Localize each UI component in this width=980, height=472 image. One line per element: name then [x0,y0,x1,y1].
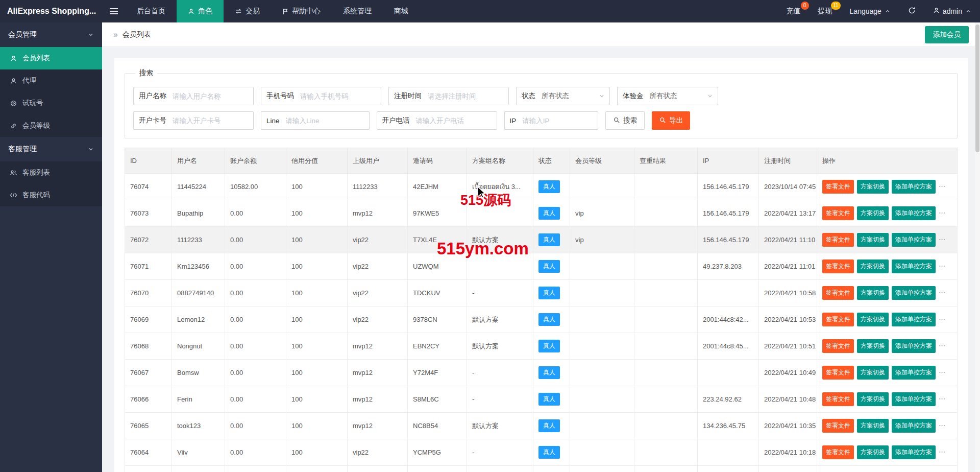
sign-file-button[interactable]: 签署文件 [822,259,854,273]
withdraw-button[interactable]: 提现 11 [810,0,841,22]
cell-balance: 0.00 [225,280,286,306]
more-actions-button[interactable]: ⋯ [939,448,946,456]
field-input[interactable] [172,112,253,129]
search-field: Line [261,111,370,130]
cell-member-level [570,333,634,360]
recharge-button[interactable]: 充值 0 [778,0,810,22]
sign-file-button[interactable]: 签署文件 [822,286,854,300]
sidebar-item[interactable]: 客服列表 [0,161,102,184]
top-nav-item[interactable]: 角色 [177,0,224,22]
top-nav-item[interactable]: 交易 [224,0,271,22]
sidebar-group[interactable]: 会员管理 [0,22,102,47]
add-single-control-plan-button[interactable]: 添加单控方案 [892,286,936,300]
more-actions-button[interactable]: ⋯ [939,262,946,270]
field-input[interactable] [299,87,381,105]
top-nav-item[interactable]: 帮助中心 [271,0,332,22]
cell-dup-check [634,386,698,413]
add-single-control-plan-button[interactable]: 添加单控方案 [892,206,936,220]
field-label: 手机号码 [261,87,299,105]
sidebar-group[interactable]: 客服管理 [0,137,102,161]
search-button[interactable]: 搜索 [605,111,645,130]
cell-member-level: vip [570,227,634,253]
cell-register-time: 2023/10/14 07:45 [759,174,817,200]
plan-switch-button[interactable]: 方案切换 [857,259,889,273]
add-single-control-plan-button[interactable]: 添加单控方案 [892,339,936,353]
sign-file-button[interactable]: 签署文件 [822,339,854,353]
topbar: AliExpress Shopping... 后台首页角色交易帮助中心系统管理商… [0,0,980,22]
more-actions-button[interactable]: ⋯ [939,368,946,376]
cell-username: took123 [172,413,225,439]
add-single-control-plan-button[interactable]: 添加单控方案 [892,313,936,326]
sidebar-item[interactable]: 会员等级 [0,114,102,137]
plan-switch-button[interactable]: 方案切换 [857,313,889,326]
field-input[interactable] [521,112,598,129]
sign-file-button[interactable]: 签署文件 [822,419,854,433]
language-dropdown[interactable]: Language [841,0,899,22]
cell-actions: 签署文件方案切换添加单控方案⋯ [817,386,958,413]
more-actions-button[interactable]: ⋯ [939,395,946,403]
more-actions-button[interactable]: ⋯ [939,315,946,323]
sign-file-button[interactable]: 签署文件 [822,206,854,220]
cell-dup-check [634,280,698,306]
plan-switch-button[interactable]: 方案切换 [857,419,889,433]
plan-switch-button[interactable]: 方案切换 [857,206,889,220]
cell-credit: 100 [286,386,348,413]
field-select[interactable]: 所有状态 [649,87,718,105]
sidebar-item[interactable]: 代理 [0,69,102,92]
plan-switch-button[interactable]: 方案切换 [857,233,889,247]
cell-dup-check [634,360,698,386]
plan-switch-button[interactable]: 方案切换 [857,339,889,353]
add-single-control-plan-button[interactable]: 添加单控方案 [892,180,936,194]
top-nav-item[interactable]: 商城 [383,0,420,22]
field-input[interactable] [172,87,253,105]
sign-file-button[interactable]: 签署文件 [822,313,854,326]
sign-file-button[interactable]: 签署文件 [822,180,854,194]
add-single-control-plan-button[interactable]: 添加单控方案 [892,419,936,433]
cell-register-time: 2022/04/21 11:01 [759,253,817,280]
vertical-scrollbar[interactable] [975,22,980,472]
export-button[interactable]: 导出 [652,111,690,130]
cell-id: 76072 [125,227,172,253]
sidebar-item[interactable]: 试玩号 [0,92,102,114]
add-single-control-plan-button[interactable]: 添加单控方案 [892,366,936,380]
more-actions-button[interactable]: ⋯ [939,235,946,243]
field-select[interactable]: 所有状态 [541,87,609,105]
cell-dup-check [634,439,698,466]
refresh-button[interactable] [899,0,924,22]
more-actions-button[interactable]: ⋯ [939,421,946,429]
plan-switch-button[interactable]: 方案切换 [857,366,889,380]
plan-switch-button[interactable]: 方案切换 [857,286,889,300]
more-actions-button[interactable]: ⋯ [939,289,946,296]
top-nav-item[interactable]: 系统管理 [332,0,383,22]
search-field: 开户卡号 [133,111,254,130]
menu-toggle-button[interactable] [102,0,126,22]
admin-dropdown[interactable]: admin [924,0,980,22]
plan-switch-button[interactable]: 方案切换 [857,180,889,194]
cell-plan-group: - [467,439,533,466]
cell-id: 76068 [125,333,172,360]
sidebar-item[interactable]: 会员列表 [0,47,102,69]
sign-file-button[interactable]: 签署文件 [822,445,854,459]
sign-file-button[interactable]: 签署文件 [822,233,854,247]
add-single-control-plan-button[interactable]: 添加单控方案 [892,259,936,273]
more-actions-button[interactable]: ⋯ [939,182,946,190]
plan-switch-button[interactable]: 方案切换 [857,392,889,406]
add-single-control-plan-button[interactable]: 添加单控方案 [892,233,936,247]
add-single-control-plan-button[interactable]: 添加单控方案 [892,445,936,459]
more-actions-button[interactable]: ⋯ [939,209,946,217]
sign-file-button[interactable]: 签署文件 [822,366,854,380]
field-input[interactable] [285,112,369,129]
field-input[interactable] [415,112,497,129]
field-input[interactable] [427,87,508,105]
cell-username: Ferin [172,386,225,413]
more-actions-button[interactable]: ⋯ [939,342,946,349]
plan-switch-button[interactable]: 方案切换 [857,445,889,459]
add-single-control-plan-button[interactable]: 添加单控方案 [892,392,936,406]
sign-file-button[interactable]: 签署文件 [822,392,854,406]
table-row: 76067Bomsw0.00100mvp12Y72M4F-真人2022/04/2… [125,360,958,386]
top-nav-item[interactable]: 后台首页 [126,0,177,22]
add-member-button[interactable]: 添加会员 [925,26,969,43]
scrollbar-thumb[interactable] [975,25,979,152]
cell-member-level [570,439,634,466]
sidebar-item[interactable]: 客服代码 [0,184,102,206]
